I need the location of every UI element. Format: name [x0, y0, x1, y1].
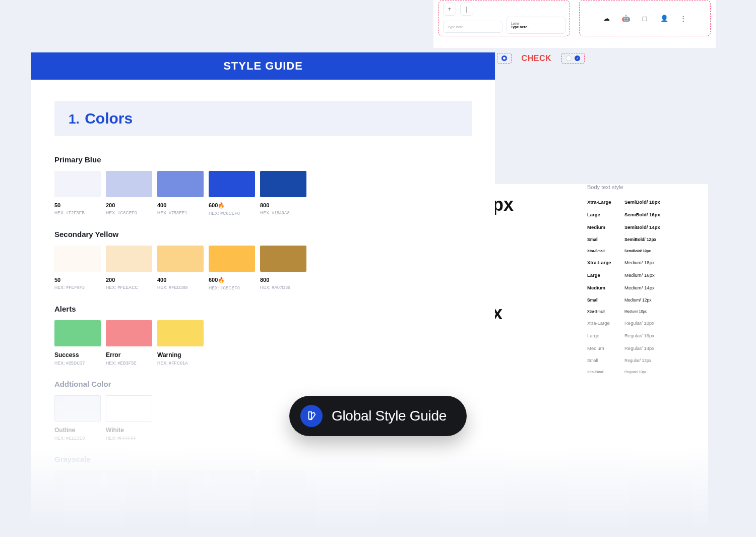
- body-weight-label: SemiBold/ 12px: [624, 237, 703, 242]
- body-weight-label: Regular/ 10px: [624, 370, 703, 374]
- color-swatch: [157, 246, 204, 272]
- body-text-row: SmallMedium/ 12px: [587, 297, 703, 303]
- body-size-label: Medium: [587, 224, 622, 230]
- color-group-label: Primary Blue: [54, 155, 472, 164]
- body-text-row: Xtra-SmallRegular/ 10px: [587, 370, 703, 374]
- body-size-label: Xtra-Small: [587, 370, 622, 374]
- swatch-step: 50: [54, 202, 101, 208]
- body-text-row: Xtra-LargeSemiBold/ 18px: [587, 199, 703, 205]
- checkbox-group-preview: ✓: [561, 53, 585, 64]
- body-text-row: Xtra-LargeMedium/ 18px: [587, 260, 703, 265]
- body-text-row: Xtra-SmallMedium/ 10px: [587, 310, 703, 313]
- person-icon: 👤: [659, 13, 669, 23]
- color-swatch: [54, 171, 101, 197]
- body-weight-label: Medium/ 12px: [624, 297, 703, 303]
- color-swatch: [54, 395, 101, 422]
- body-text-row: MediumMedium/ 14px: [587, 285, 703, 290]
- body-size-label: Large: [587, 272, 622, 278]
- swatch-hex: HEX: #FFFFFF: [106, 436, 152, 441]
- body-weight-label: Medium/ 18px: [624, 260, 703, 265]
- color-swatch: [54, 320, 101, 346]
- swatch-info: 800HEX: #1849A8: [260, 202, 306, 216]
- body-size-label: Medium: [587, 285, 622, 290]
- swatch-info: 200HEX: #FEEACC: [106, 277, 152, 290]
- swatch-info: 50HEX: #F2F3FB: [54, 202, 101, 216]
- swatch-hex: HEX: #FEF9F3: [54, 285, 101, 290]
- swatch-info: SuccessHEX: #25DC37: [54, 351, 101, 366]
- swatch-name: Outline: [54, 427, 101, 434]
- body-size-label: Medium: [587, 345, 622, 351]
- swatch-step: 800: [260, 277, 306, 283]
- body-size-label: Large: [587, 212, 622, 217]
- swatch-step: 400: [157, 202, 204, 208]
- body-weight-label: SemiBold/ 10px: [624, 249, 703, 253]
- swatch-info: ErrorHEX: #EB3F5E: [106, 351, 152, 366]
- gray-swatch: [260, 470, 306, 491]
- section-title: 1. Colors: [54, 101, 472, 136]
- color-group-label: Addtional Color: [54, 380, 472, 388]
- swatch-name: Error: [106, 351, 152, 359]
- swatch-hex: HEX: #C6CEF0: [106, 210, 152, 215]
- swatch-info: 600🔥HEX: #C6CEF0: [209, 202, 255, 216]
- swatch-hex: HEX: #758EE1: [157, 210, 204, 215]
- menu-dots-icon: ⋮: [678, 13, 688, 23]
- swatch-hex: HEX: #1849A8: [260, 210, 306, 215]
- body-size-label: Xtra-Large: [587, 320, 622, 326]
- icon-row-block: ☁ 🤖 ◻ 👤 ⋮: [579, 0, 711, 36]
- radio-unselected-icon: [566, 55, 572, 61]
- body-weight-label: Regular/ 14px: [624, 345, 703, 351]
- swatch-hex: HEX: #E1E3E0: [54, 436, 101, 441]
- swatch-hex: HEX: #FFC01A: [157, 361, 204, 366]
- input-placeholder: Type here...: [448, 25, 498, 29]
- swatch-name: Wihite: [106, 427, 152, 434]
- svg-point-0: [309, 418, 310, 419]
- body-size-label: Xtra-Large: [587, 199, 622, 205]
- body-text-row: Xtra-SmallSemiBold/ 10px: [587, 249, 703, 253]
- color-swatch: [106, 246, 152, 272]
- color-swatch: [106, 171, 152, 197]
- gray-swatch: [209, 470, 255, 491]
- color-swatch: [106, 320, 152, 346]
- radio-selected-icon: [501, 55, 507, 61]
- radio-check-row: CHECK ✓: [497, 53, 585, 64]
- swatch-info: WihiteHEX: #FFFFFF: [106, 427, 152, 441]
- swatch-info: 800HEX: #A07D36: [260, 277, 306, 290]
- body-text-row: LargeMedium/ 16px: [587, 272, 703, 278]
- swatch-info: 400HEX: #758EE1: [157, 202, 204, 216]
- body-size-label: Small: [587, 237, 622, 242]
- swatch-name: Success: [54, 351, 101, 359]
- swatch-info: 50HEX: #FEF9F3: [54, 277, 101, 290]
- body-weight-label: Medium/ 10px: [624, 310, 703, 313]
- body-weight-label: Medium/ 14px: [624, 285, 703, 290]
- body-size-label: Xtra-Small: [587, 249, 622, 253]
- swatch-name: Warning: [157, 351, 204, 359]
- body-weight-label: Regular/ 18px: [624, 320, 703, 326]
- input-preview-block: + | Type here... Label Type here...: [438, 0, 570, 36]
- swatch-info: 600🔥HEX: #C5CEF0: [209, 277, 255, 290]
- swatch-step: 50: [54, 277, 101, 283]
- gray-swatch: [157, 470, 204, 491]
- body-text-row: MediumRegular/ 14px: [587, 345, 703, 351]
- checkbox-checked-icon: ✓: [575, 55, 580, 61]
- body-size-label: Large: [587, 333, 622, 338]
- color-swatch: [157, 171, 204, 197]
- swatch-step: 800: [260, 202, 306, 208]
- style-guide-card: STYLE GUIDE 1. Colors Primary Blue 50HEX…: [31, 52, 495, 537]
- swatch-step: 200: [106, 202, 152, 208]
- body-weight-label: Regular/ 12px: [624, 358, 703, 363]
- gray-swatch: [54, 470, 101, 491]
- body-text-row: MediumSemiBold/ 14px: [587, 224, 703, 230]
- body-size-label: Xtra-Large: [587, 260, 622, 265]
- swatch-palette-icon: [300, 405, 323, 427]
- bg-components-preview: + | Type here... Label Type here... ☁ 🤖 …: [433, 0, 716, 48]
- field-value: Type here...: [511, 25, 561, 29]
- swatch-hex: HEX: #EB3F5E: [106, 361, 152, 366]
- gray-swatch: [106, 470, 152, 491]
- swatch-hex: HEX: #A07D36: [260, 285, 306, 290]
- swatch-hex: HEX: #F2F3FB: [54, 210, 101, 215]
- color-swatch: [157, 320, 204, 346]
- color-swatch: [54, 246, 101, 272]
- color-swatch: [209, 246, 255, 272]
- body-size-label: Xtra-Small: [587, 310, 622, 313]
- global-style-guide-pill[interactable]: Global Style Guide: [289, 396, 467, 436]
